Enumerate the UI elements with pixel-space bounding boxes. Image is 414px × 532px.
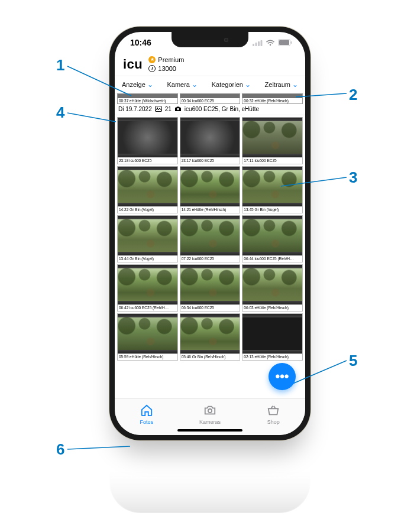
- thumb-peek[interactable]: 00:37 eHütte (Wildschwein): [117, 93, 178, 104]
- thumb-caption: 00:37 eHütte (Wildschwein): [118, 98, 177, 103]
- info-icon[interactable]: i: [148, 65, 156, 72]
- notch: [172, 32, 248, 47]
- tab-fotos[interactable]: Fotos: [115, 399, 178, 429]
- thumb-caption: 06:03 eHütte (Reh/Hirsch): [242, 304, 302, 311]
- thumb-caption: 23:17 icu600 EC25: [180, 157, 240, 164]
- thumb-caption: 23:18 icu600 EC25: [118, 157, 177, 164]
- thumb-image: [242, 167, 302, 206]
- thumb-caption: 06:44 icu600 EC25 (Reh/H…: [242, 255, 302, 262]
- photo-thumb[interactable]: 23:18 icu600 EC25: [117, 117, 178, 164]
- photo-thumb[interactable]: 13:45 Gr Bin (Vogel): [242, 166, 303, 213]
- thumb-image: [180, 216, 240, 255]
- svg-rect-5: [279, 40, 289, 45]
- home-icon: [140, 404, 153, 418]
- thumb-image: [242, 216, 302, 255]
- camera-icon: [203, 404, 216, 418]
- thumb-caption: 05:46 Gr Bin (Reh/Hirsch): [180, 353, 240, 360]
- photo-thumb[interactable]: 02:13 eHütte (Reh/Hirsch): [242, 313, 303, 361]
- photo-thumb[interactable]: 06:34 icu600 EC25: [180, 264, 241, 312]
- photo-thumb[interactable]: 14:21 eHütte (Reh/Hirsch): [180, 166, 241, 213]
- phone-frame: 10:46: [109, 27, 310, 440]
- thumb-image: [118, 118, 177, 157]
- thumb-caption: 17:11 icu600 EC25: [242, 157, 302, 164]
- filter-kamera[interactable]: Kamera ⌄: [163, 80, 201, 89]
- thumb-caption: 00:32 eHütte (Reh/Hirsch): [242, 98, 302, 103]
- thumb-image: [118, 265, 177, 304]
- callout-1: 1: [56, 56, 64, 74]
- chevron-down-icon: ⌄: [147, 81, 153, 88]
- svg-rect-0: [253, 44, 254, 46]
- app-logo: icu: [123, 57, 143, 72]
- thumb-caption: 14:22 Gr Bin (Vogel): [118, 206, 177, 213]
- callout-3: 3: [349, 168, 357, 187]
- thumb-caption: 07:22 icu600 EC25: [180, 255, 240, 262]
- grid-row: 23:18 icu600 EC2523:17 icu600 EC2517:11 …: [117, 117, 303, 164]
- thumb-peek[interactable]: 00:34 icu600 EC25: [180, 93, 241, 104]
- svg-rect-7: [155, 106, 161, 111]
- filter-label: Anzeige: [122, 81, 145, 88]
- app-header: icu ★ Premium i 13000: [115, 53, 305, 76]
- photo-thumb[interactable]: 06:42 icu600 EC25 (Reh/H…: [117, 264, 178, 312]
- filter-label: Zeitraum: [265, 81, 290, 88]
- callout-4: 4: [56, 103, 64, 122]
- more-icon: •••: [275, 369, 289, 384]
- callout-6: 6: [56, 440, 64, 459]
- grid-row: 06:42 icu600 EC25 (Reh/H…06:34 icu600 EC…: [117, 264, 303, 312]
- photo-thumb[interactable]: 05:59 eHütte (Reh/Hirsch): [117, 313, 178, 361]
- credits: 13000: [158, 64, 176, 73]
- chevron-down-icon: ⌄: [192, 81, 198, 88]
- premium-star-icon: ★: [148, 56, 156, 63]
- callout-2: 2: [349, 86, 357, 104]
- photo-thumb[interactable]: 23:17 icu600 EC25: [180, 117, 241, 164]
- thumb-image: [242, 118, 302, 157]
- callout-5: 5: [349, 352, 357, 370]
- photo-icon: [155, 106, 162, 113]
- prev-day-peek: 00:37 eHütte (Wildschwein) 00:34 icu600 …: [115, 93, 305, 104]
- tab-label: Fotos: [140, 419, 153, 425]
- phone-reflection: [109, 442, 310, 513]
- svg-rect-3: [261, 40, 263, 46]
- thumb-caption: 06:34 icu600 EC25: [180, 304, 240, 311]
- thumb-caption: 02:13 eHütte (Reh/Hirsch): [242, 353, 302, 360]
- wifi-icon: [266, 40, 275, 46]
- thumb-caption: 13:45 Gr Bin (Vogel): [242, 206, 302, 213]
- day-date: Di 19.7.2022: [118, 106, 152, 112]
- thumb-image: [180, 167, 240, 206]
- thumb-image: [180, 314, 240, 353]
- tab-kameras[interactable]: Kameras: [178, 399, 241, 429]
- photo-grid[interactable]: 23:18 icu600 EC2523:17 icu600 EC2517:11 …: [115, 115, 305, 398]
- filter-label: Kategorien: [212, 81, 243, 88]
- tab-shop[interactable]: Shop: [242, 399, 305, 429]
- photo-thumb[interactable]: 06:03 eHütte (Reh/Hirsch): [242, 264, 303, 312]
- photo-thumb[interactable]: 14:22 Gr Bin (Vogel): [117, 166, 178, 213]
- thumb-image: [118, 216, 177, 255]
- day-cams: icu600 EC25, Gr Bin, eHütte: [185, 106, 259, 112]
- filter-anzeige[interactable]: Anzeige ⌄: [118, 80, 157, 89]
- photo-thumb[interactable]: 05:46 Gr Bin (Reh/Hirsch): [180, 313, 241, 361]
- svg-rect-2: [258, 41, 260, 46]
- grid-row: 05:59 eHütte (Reh/Hirsch)05:46 Gr Bin (R…: [117, 313, 303, 361]
- thumb-image: [242, 265, 302, 304]
- plan-label: Premium: [158, 56, 184, 64]
- tab-label: Shop: [267, 419, 280, 425]
- home-indicator[interactable]: [177, 429, 242, 432]
- photo-thumb[interactable]: 06:44 icu600 EC25 (Reh/H…: [242, 215, 303, 262]
- filter-bar: Anzeige ⌄ Kamera ⌄ Kategorien ⌄ Zeitraum…: [115, 76, 305, 93]
- photo-thumb[interactable]: 17:11 icu600 EC25: [242, 117, 303, 164]
- thumb-image: [242, 314, 302, 353]
- photo-thumb[interactable]: 07:22 icu600 EC25: [180, 215, 241, 262]
- thumb-image: [180, 265, 240, 304]
- basket-icon: [267, 404, 280, 418]
- camera-icon: [174, 106, 182, 113]
- battery-icon: [278, 39, 292, 46]
- svg-rect-6: [291, 41, 292, 44]
- thumb-caption: 14:21 eHütte (Reh/Hirsch): [180, 206, 240, 213]
- thumb-peek[interactable]: 00:32 eHütte (Reh/Hirsch): [242, 93, 303, 104]
- photo-thumb[interactable]: 13:44 Gr Bin (Vogel): [117, 215, 178, 262]
- filter-kategorien[interactable]: Kategorien ⌄: [208, 80, 254, 89]
- screen: 10:46: [115, 32, 305, 435]
- more-actions-fab[interactable]: •••: [269, 363, 296, 390]
- filter-zeitraum[interactable]: Zeitraum ⌄: [261, 80, 302, 89]
- grid-row: 14:22 Gr Bin (Vogel)14:21 eHütte (Reh/Hi…: [117, 166, 303, 213]
- thumb-caption: 06:42 icu600 EC25 (Reh/H…: [118, 304, 177, 311]
